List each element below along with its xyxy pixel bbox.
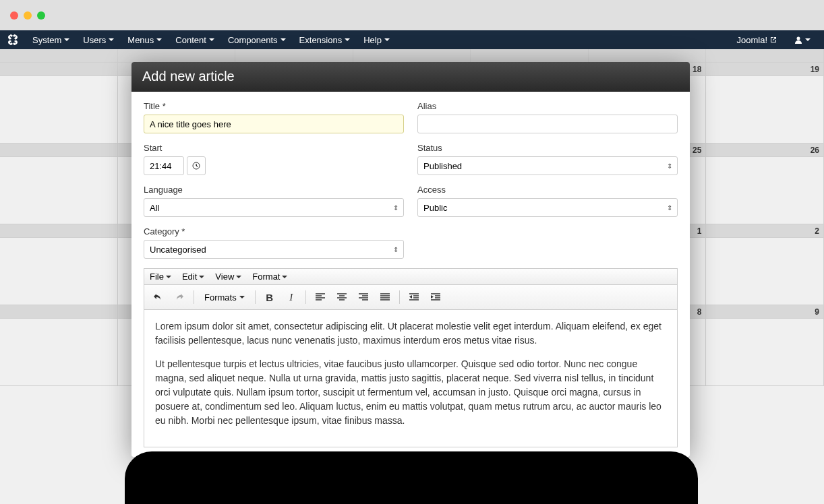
- cal-header-cell: [589, 49, 707, 62]
- modal-title: Add new article: [131, 62, 690, 92]
- nav-brand-link[interactable]: Joomla!: [730, 35, 784, 45]
- nav-content[interactable]: Content: [169, 35, 221, 45]
- align-justify-icon: [380, 293, 390, 301]
- editor-menu-format[interactable]: Format: [252, 272, 287, 282]
- align-center-button[interactable]: [332, 288, 351, 307]
- cal-date-cell[interactable]: 9: [706, 305, 824, 318]
- window-minimize-icon[interactable]: [24, 11, 32, 20]
- editor-content-area[interactable]: Lorem ipsum dolor sit amet, consectetur …: [144, 310, 677, 447]
- align-right-icon: [359, 293, 368, 301]
- align-justify-button[interactable]: [376, 288, 394, 307]
- category-select[interactable]: [144, 240, 404, 259]
- admin-navbar: System Users Menus Content Components Ex…: [0, 30, 824, 49]
- nav-menus[interactable]: Menus: [121, 35, 169, 45]
- alias-input[interactable]: [417, 115, 678, 133]
- formats-dropdown[interactable]: Formats: [199, 292, 250, 303]
- cal-date-cell[interactable]: 26: [706, 144, 824, 156]
- title-input[interactable]: [144, 115, 404, 133]
- cal-date-cell[interactable]: [0, 224, 118, 237]
- language-label: Language: [144, 185, 404, 195]
- start-label: Start: [144, 143, 404, 153]
- cal-date-cell[interactable]: [0, 305, 118, 318]
- italic-button[interactable]: I: [282, 288, 301, 307]
- start-time-input[interactable]: [144, 156, 184, 175]
- cal-header-cell: [0, 49, 118, 62]
- cal-date-cell[interactable]: 2: [706, 224, 824, 237]
- alias-label: Alias: [417, 101, 678, 111]
- editor-menubar: File Edit View Format: [144, 269, 677, 285]
- access-label: Access: [417, 185, 678, 195]
- indent-button[interactable]: [426, 288, 445, 307]
- status-label: Status: [417, 143, 678, 153]
- external-link-icon: [770, 36, 777, 43]
- indent-icon: [431, 293, 440, 301]
- add-article-modal: Add new article Title * Alias Start: [131, 62, 690, 457]
- editor-toolbar: Formats B I: [144, 285, 677, 310]
- access-select[interactable]: [417, 198, 678, 217]
- svg-point-0: [797, 37, 800, 40]
- cal-header-cell: [235, 49, 353, 62]
- editor-menu-view[interactable]: View: [215, 272, 241, 282]
- window-maximize-icon[interactable]: [37, 11, 45, 20]
- bold-button[interactable]: B: [260, 288, 279, 307]
- bottom-overlay: [125, 451, 698, 504]
- status-select[interactable]: [417, 156, 678, 175]
- cal-date-cell[interactable]: 19: [706, 63, 824, 75]
- redo-icon: [175, 292, 184, 302]
- browser-window-chrome: [0, 0, 824, 30]
- editor-paragraph: Ut pellentesque turpis et lectus ultrici…: [155, 357, 666, 428]
- cal-header-cell: [706, 49, 824, 62]
- nav-components[interactable]: Components: [221, 35, 293, 45]
- nav-extensions[interactable]: Extensions: [293, 35, 357, 45]
- title-label: Title *: [144, 101, 404, 111]
- editor-paragraph: Lorem ipsum dolor sit amet, consectetur …: [155, 319, 666, 348]
- align-right-button[interactable]: [354, 288, 373, 307]
- undo-icon: [153, 292, 163, 302]
- nav-user-menu[interactable]: [788, 36, 817, 44]
- language-select[interactable]: [144, 198, 404, 217]
- align-left-button[interactable]: [311, 288, 330, 307]
- cal-header-cell: [353, 49, 471, 62]
- joomla-logo-icon[interactable]: [7, 34, 19, 46]
- align-center-icon: [337, 293, 347, 301]
- time-picker-button[interactable]: [187, 156, 206, 175]
- redo-button[interactable]: [170, 288, 189, 307]
- editor-menu-edit[interactable]: Edit: [182, 272, 204, 282]
- outdent-icon: [409, 293, 419, 301]
- align-left-icon: [316, 293, 325, 301]
- user-icon: [794, 36, 802, 44]
- cal-date-cell[interactable]: [0, 63, 118, 75]
- rich-text-editor: File Edit View Format Formats B I: [144, 268, 678, 447]
- cal-header-cell: [118, 49, 236, 62]
- cal-header-cell: [471, 49, 589, 62]
- clock-icon: [192, 162, 200, 170]
- cal-date-cell[interactable]: [0, 144, 118, 156]
- window-close-icon[interactable]: [10, 11, 18, 20]
- editor-menu-file[interactable]: File: [150, 272, 171, 282]
- outdent-button[interactable]: [405, 288, 423, 307]
- category-label: Category *: [144, 226, 404, 237]
- nav-system[interactable]: System: [26, 35, 76, 45]
- undo-button[interactable]: [148, 288, 167, 307]
- nav-users[interactable]: Users: [76, 35, 121, 45]
- nav-help[interactable]: Help: [357, 35, 396, 45]
